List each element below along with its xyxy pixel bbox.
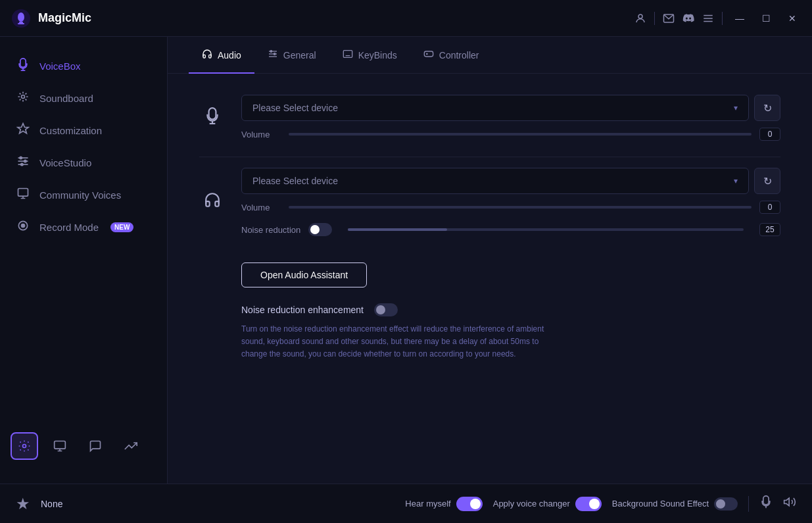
sidebar-item-voicebox[interactable]: VoiceBox [0,50,167,82]
apply-voice-control: Apply voice changer [493,497,602,511]
tab-keybinds[interactable]: KeyBinds [329,37,410,74]
microphone-volume-label: Volume [241,130,281,139]
headphones-volume-slider[interactable] [289,206,752,209]
speaker-bottom-icon[interactable] [783,495,796,512]
community-voices-icon [16,187,30,203]
bottom-bar: ★ None Hear myself Apply voice changer B… [0,484,812,523]
sidebar-item-voicestudio[interactable]: VoiceStudio [0,147,167,179]
headphones-volume-value: 0 [759,201,780,214]
headphones-settings: Please Select device ▾ ↻ Volume 0 Noise [241,168,780,236]
sidebar-item-customization[interactable]: Customization [0,114,167,147]
noise-reduction-slider[interactable] [348,228,744,231]
customization-icon [16,122,30,139]
noise-reduction-row: Noise reduction 25 [241,223,780,236]
enhancement-section: Noise reduction enhancement Turn on the … [199,303,780,361]
star-icon: ★ [16,495,30,513]
open-audio-assistant-button[interactable]: Open Audio Assistant [241,262,367,287]
sidebar-item-soundboard[interactable]: Soundboard [0,82,167,114]
microphone-volume-value: 0 [759,128,780,141]
tab-general[interactable]: General [254,37,329,74]
headphones-device-select: Please Select device ▾ ↻ [241,168,780,194]
svg-rect-18 [18,189,28,197]
microphone-dropdown[interactable]: Please Select device ▾ [241,95,749,121]
svg-rect-3 [18,23,24,24]
headphones-refresh-button[interactable]: ↻ [754,168,780,194]
svg-point-27 [274,53,275,55]
tab-audio[interactable]: Audio [189,37,254,74]
maximize-button[interactable]: ☐ [757,9,775,28]
sidebar: VoiceBox Soundboard Customization [0,37,168,484]
noise-reduction-value: 25 [759,223,780,236]
sidebar-label-record-mode: Record Mode [39,222,99,233]
mail-icon[interactable] [663,12,675,24]
minimize-button[interactable]: — [730,9,749,28]
title-bar-left: MagicMic [11,8,91,29]
tab-keybinds-label: KeyBinds [358,50,397,61]
microphone-refresh-button[interactable]: ↻ [754,95,780,121]
headphones-volume-row: Volume 0 [241,201,780,214]
audio-tab-icon [202,49,212,62]
tab-bar: Audio General [168,37,812,74]
sidebar-item-record-mode[interactable]: Record Mode NEW [0,211,167,243]
svg-point-20 [22,224,25,228]
sidebar-label-community-voices: Community Voices [39,189,121,201]
sidebar-label-voicebox: VoiceBox [39,61,81,72]
bottom-separator [748,496,749,512]
title-bar-right: — ☐ ✕ [634,9,801,28]
settings-button[interactable] [11,432,38,460]
enhancement-description: Turn on the noise reduction enhancement … [241,323,557,361]
general-tab-icon [268,49,278,62]
chat-button[interactable] [82,432,109,460]
svg-rect-29 [424,51,433,57]
discord-icon[interactable] [682,12,694,24]
enhancement-toggle[interactable] [374,303,398,316]
sidebar-label-soundboard: Soundboard [39,93,93,104]
current-voice-label: None [41,499,394,509]
headphones-row: Please Select device ▾ ↻ Volume 0 Noise [199,168,780,236]
bg-sound-toggle[interactable] [714,497,738,511]
apply-voice-toggle[interactable] [575,497,602,511]
sidebar-bottom [0,422,167,470]
main-layout: VoiceBox Soundboard Customization [0,37,812,484]
microphone-bottom-icon[interactable] [759,495,773,512]
apply-voice-label: Apply voice changer [493,499,570,509]
user-icon[interactable] [634,12,646,24]
tab-controller[interactable]: Controller [410,37,492,74]
microphone-icon [199,107,226,129]
noise-reduction-toggle[interactable] [308,223,332,236]
app-logo [11,8,32,29]
menu-icon[interactable] [702,12,714,24]
bg-sound-control: Background Sound Effect [612,497,738,511]
effects-button[interactable] [117,432,145,460]
monitor-button[interactable] [46,432,74,460]
svg-point-21 [23,445,26,448]
divider-1 [199,157,780,157]
close-button[interactable]: ✕ [783,9,801,28]
microphone-row: Please Select device ▾ ↻ Volume 0 [199,95,780,141]
headphones-dropdown[interactable]: Please Select device ▾ [241,168,749,194]
enhancement-label: Noise reduction enhancement [241,305,364,315]
svg-marker-33 [784,498,790,506]
record-mode-icon [16,219,30,236]
svg-point-16 [24,160,26,162]
noise-reduction-label: Noise reduction [241,225,300,235]
sidebar-item-community-voices[interactable]: Community Voices [0,179,167,211]
content-area: Audio General [168,37,812,484]
hear-myself-toggle[interactable] [456,497,483,511]
enhancement-toggle-row: Noise reduction enhancement [241,303,780,316]
headphones-volume-label: Volume [241,203,281,212]
svg-point-1 [18,12,24,22]
bg-sound-label: Background Sound Effect [612,499,709,509]
title-bar: MagicMic — ☐ ✕ [0,0,812,37]
bottom-controls: Hear myself Apply voice changer Backgrou… [405,495,796,512]
settings-scroll-area: Please Select device ▾ ↻ Volume 0 [168,74,812,484]
headphones-icon [199,191,226,213]
new-badge: NEW [110,222,133,232]
microphone-device-select: Please Select device ▾ ↻ [241,95,780,121]
microphone-volume-row: Volume 0 [241,128,780,141]
sidebar-label-voicestudio: VoiceStudio [39,157,91,168]
headphones-dropdown-value: Please Select device [252,176,338,186]
svg-point-26 [270,51,272,53]
microphone-volume-slider[interactable] [289,133,752,136]
keybinds-tab-icon [343,49,353,62]
